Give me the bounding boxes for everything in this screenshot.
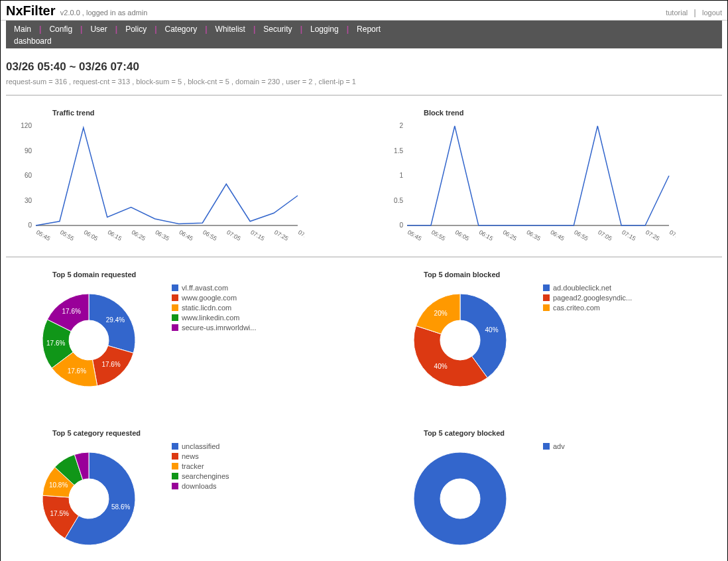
svg-text:17.6%: 17.6% [101, 361, 120, 368]
svg-text:1.5: 1.5 [394, 147, 403, 155]
svg-text:06:15: 06:15 [478, 229, 495, 242]
legend-item: secure-us.imrworldwi... [172, 324, 256, 332]
nav-item-category[interactable]: Category [165, 25, 198, 34]
legend-item: vl.ff.avast.com [172, 284, 256, 292]
time-range-heading: 03/26 05:40 ~ 03/26 07:40 [6, 60, 722, 74]
category-blocked-chart [377, 442, 530, 557]
svg-text:07:15: 07:15 [249, 229, 266, 242]
nav-item-policy[interactable]: Policy [125, 25, 147, 34]
nav-item-main[interactable]: Main [14, 25, 31, 34]
svg-text:17.5%: 17.5% [50, 510, 68, 517]
legend-item: downloads [172, 482, 229, 490]
nav-divider: | [205, 25, 207, 34]
domain-blocked-legend: ad.doubleclick.netpagead2.googlesyndic..… [543, 284, 632, 314]
legend-label: downloads [182, 482, 217, 490]
top-bar: NxFilter v2.0.0 , logged in as admin tut… [1, 1, 727, 21]
svg-text:30: 30 [25, 197, 32, 204]
pie-title-domain-blk: Top 5 domain blocked [424, 271, 722, 279]
svg-text:120: 120 [21, 122, 32, 129]
svg-text:06:45: 06:45 [178, 229, 194, 242]
legend-swatch [172, 443, 178, 450]
svg-text:1: 1 [399, 172, 403, 179]
nav-divider: | [347, 25, 349, 34]
pie-title-domain-req: Top 5 domain requested [52, 271, 351, 279]
domain-requested-legend: vl.ff.avast.comwww.google.comstatic.licd… [172, 284, 256, 334]
category-blocked-legend: adv [543, 442, 565, 452]
nav-item-config[interactable]: Config [49, 25, 72, 34]
svg-text:07:25: 07:25 [273, 229, 290, 242]
svg-text:06:35: 06:35 [154, 229, 171, 242]
legend-swatch [172, 453, 178, 460]
legend-label: ad.doubleclick.net [553, 284, 611, 292]
legend-label: adv [553, 442, 565, 450]
legend-label: news [182, 452, 199, 460]
brand-subtitle: v2.0.0 , logged in as admin [60, 9, 147, 17]
nav-sub-dashboard[interactable]: dashboard [14, 36, 52, 46]
legend-item: searchengines [172, 472, 229, 480]
svg-text:05:45: 05:45 [406, 229, 423, 242]
domain-requested-chart: 29.4%17.6%17.6%17.6%17.6% [6, 284, 158, 399]
legend-item: adv [543, 442, 565, 450]
svg-text:07:05: 07:05 [225, 229, 242, 242]
legend-label: pagead2.googlesyndic... [553, 294, 632, 302]
legend-swatch [172, 473, 178, 479]
svg-text:17.6%: 17.6% [68, 367, 86, 375]
nav-item-whitelist[interactable]: Whitelist [215, 25, 245, 34]
legend-swatch [543, 443, 550, 450]
legend-label: www.linkedin.com [182, 314, 239, 322]
svg-text:07:05: 07:05 [597, 229, 613, 242]
nav-divider: | [39, 25, 41, 34]
category-requested-legend: unclassifiednewstrackersearchenginesdown… [172, 442, 229, 492]
svg-text:40%: 40% [485, 326, 499, 334]
svg-text:07:15: 07:15 [621, 229, 637, 242]
svg-text:10.8%: 10.8% [49, 481, 68, 489]
domain-blocked-chart: 40%40%20% [377, 284, 530, 399]
traffic-trend-chart: 030609012005:4505:5506:0506:1506:2506:35… [6, 119, 351, 247]
svg-text:17.6%: 17.6% [46, 340, 65, 347]
nav-divider: | [253, 25, 255, 34]
block-trend-chart: 00.511.5205:4505:5506:0506:1506:2506:350… [377, 119, 722, 247]
legend-item: tracker [172, 462, 229, 470]
svg-text:58.6%: 58.6% [111, 503, 130, 511]
svg-text:17.6%: 17.6% [62, 308, 81, 315]
nav-divider: | [115, 25, 117, 34]
legend-swatch [543, 294, 550, 301]
legend-swatch [543, 304, 550, 311]
legend-swatch [172, 463, 178, 469]
svg-text:20%: 20% [434, 310, 448, 317]
legend-label: secure-us.imrworldwi... [182, 324, 256, 332]
svg-text:05:55: 05:55 [59, 229, 76, 242]
legend-swatch [172, 304, 178, 311]
legend-label: tracker [182, 462, 204, 470]
divider [6, 257, 722, 257]
svg-text:60: 60 [25, 172, 32, 179]
legend-item: www.google.com [172, 294, 256, 302]
main-nav: Main|Config|User|Policy|Category|Whiteli… [6, 21, 722, 48]
category-requested-chart: 58.6%17.5%10.8% [6, 442, 158, 557]
legend-label: www.google.com [182, 294, 237, 302]
legend-label: searchengines [182, 472, 229, 480]
svg-text:07:35: 07:35 [668, 229, 676, 242]
tutorial-link[interactable]: tutorial [666, 9, 688, 17]
svg-text:07:25: 07:25 [644, 229, 661, 242]
legend-swatch [172, 324, 178, 331]
svg-text:05:45: 05:45 [35, 229, 52, 242]
svg-text:0.5: 0.5 [394, 197, 403, 204]
nav-item-report[interactable]: Report [357, 25, 381, 34]
logout-link[interactable]: logout [702, 9, 722, 17]
nav-divider: | [154, 25, 156, 34]
legend-label: unclassified [182, 442, 219, 450]
legend-item: news [172, 452, 229, 460]
nav-item-logging[interactable]: Logging [310, 25, 339, 34]
top-links: tutorial | logout [666, 8, 722, 17]
svg-text:2: 2 [399, 122, 403, 129]
legend-item: ad.doubleclick.net [543, 284, 632, 292]
svg-text:06:25: 06:25 [502, 229, 518, 242]
nav-item-user[interactable]: User [90, 25, 107, 34]
nav-item-security[interactable]: Security [263, 25, 292, 34]
legend-item: pagead2.googlesyndic... [543, 294, 632, 302]
nav-divider: | [300, 25, 302, 34]
svg-text:06:55: 06:55 [202, 229, 218, 242]
stats-summary: request-sum = 316 , request-cnt = 313 , … [6, 78, 722, 86]
legend-item: unclassified [172, 442, 229, 450]
